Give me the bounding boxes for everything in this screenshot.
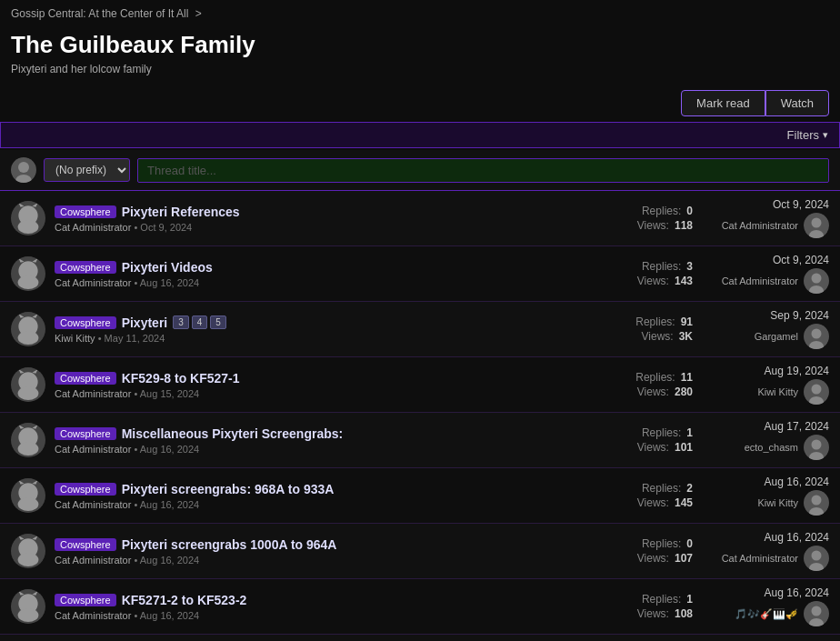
views-value: 145 — [675, 496, 693, 509]
thread-row: Cowsphere Miscellanous Collector's Con C… — [0, 635, 840, 641]
thread-main: Cowsphere Pixyteri Videos Cat Administra… — [55, 260, 593, 288]
svg-point-55 — [18, 553, 39, 566]
prefix-select[interactable]: (No prefix) — [44, 158, 130, 182]
thread-stats: Replies: 11 Views: 280 — [602, 371, 693, 398]
replies-value: 1 — [686, 426, 693, 439]
thread-title[interactable]: Pixyteri screengrabs: 968A to 933A — [122, 482, 335, 496]
replies-value: 11 — [681, 371, 693, 384]
watch-button[interactable]: Watch — [765, 90, 829, 116]
replies-label: Replies: — [642, 593, 681, 606]
page-badge[interactable]: 3 — [173, 315, 189, 329]
filters-button[interactable]: Filters — [787, 128, 828, 142]
views-row: Views: 3K — [642, 330, 693, 343]
views-row: Views: 280 — [637, 386, 693, 398]
breadcrumb-link[interactable]: Gossip Central: At the Center of It All — [11, 7, 188, 20]
thread-date: Aug 16, 2024 — [140, 555, 199, 566]
mark-read-button[interactable]: Mark read — [681, 90, 765, 116]
thread-title[interactable]: Miscellaneous Pixyteri Screengrabs: — [122, 426, 344, 441]
thread-main: Cowsphere Miscellaneous Pixyteri Screeng… — [55, 426, 593, 455]
views-label: Views: — [637, 552, 669, 565]
views-value: 107 — [675, 552, 693, 565]
last-date: Aug 17, 2024 — [765, 420, 829, 433]
replies-value: 0 — [686, 205, 693, 217]
thread-prefix[interactable]: Cowsphere — [55, 205, 116, 218]
views-label: Views: — [637, 386, 669, 398]
replies-row: Replies: 91 — [635, 315, 693, 328]
thread-search-input[interactable] — [137, 158, 829, 183]
thread-avatar — [11, 534, 45, 568]
views-row: Views: 145 — [637, 496, 693, 509]
thread-title[interactable]: KF529-8 to KF527-1 — [122, 371, 240, 386]
thread-title-row: Cowsphere Pixyteri screengrabs: 968A to … — [55, 482, 593, 496]
views-label: Views: — [637, 496, 669, 509]
thread-prefix[interactable]: Cowsphere — [55, 427, 116, 440]
thread-title-row: Cowsphere Pixyteri 345 — [55, 315, 593, 330]
thread-prefix[interactable]: Cowsphere — [55, 316, 116, 329]
svg-point-15 — [18, 275, 39, 289]
last-avatar — [804, 435, 829, 460]
replies-label: Replies: — [642, 537, 681, 550]
page-subtitle: Pixyteri and her lolcow family — [0, 61, 840, 85]
thread-prefix[interactable]: Cowsphere — [55, 372, 116, 385]
thread-stats: Replies: 2 Views: 145 — [602, 482, 693, 509]
page-badge[interactable]: 5 — [210, 315, 226, 329]
svg-point-23 — [18, 331, 39, 345]
thread-last: Oct 9, 2024 Cat Administrator — [702, 198, 829, 238]
replies-label: Replies: — [642, 205, 681, 217]
thread-title[interactable]: KF5271-2 to KF523-2 — [122, 593, 247, 607]
thread-title[interactable]: Pixyteri Videos — [122, 260, 213, 275]
views-value: 118 — [675, 219, 693, 232]
replies-label: Replies: — [635, 371, 675, 384]
svg-point-25 — [812, 329, 822, 339]
replies-label: Replies: — [642, 482, 681, 495]
thread-stats: Replies: 91 Views: 3K — [602, 315, 693, 343]
thread-date: Aug 16, 2024 — [140, 610, 199, 621]
svg-point-41 — [812, 440, 822, 450]
replies-row: Replies: 0 — [642, 537, 693, 550]
last-author: 🎵🎶🎸🎹🎺 — [735, 608, 798, 620]
thread-title-row: Cowsphere Pixyteri References — [55, 205, 593, 219]
thread-prefix[interactable]: Cowsphere — [55, 538, 116, 551]
thread-stats: Replies: 0 Views: 107 — [602, 537, 693, 565]
top-actions: Mark read Watch — [0, 85, 840, 122]
breadcrumb: Gossip Central: At the Center of It All … — [0, 0, 840, 27]
thread-row: Cowsphere KF529-8 to KF527-1 Cat Adminis… — [0, 357, 840, 413]
page-badges: 345 — [173, 315, 226, 329]
last-date: Aug 19, 2024 — [765, 365, 829, 377]
views-label: Views: — [642, 330, 674, 343]
thread-date: May 11, 2024 — [105, 333, 165, 344]
replies-label: Replies: — [642, 260, 681, 273]
thread-avatar — [11, 256, 45, 291]
thread-meta: Cat Administrator • Aug 16, 2024 — [55, 444, 593, 455]
replies-label: Replies: — [642, 426, 681, 439]
svg-point-39 — [18, 442, 39, 456]
svg-point-17 — [812, 274, 822, 284]
thread-prefix[interactable]: Cowsphere — [55, 594, 116, 606]
replies-value: 91 — [681, 315, 693, 328]
views-value: 108 — [675, 607, 693, 620]
views-value: 143 — [675, 275, 693, 287]
last-info: Cat Administrator — [722, 268, 829, 294]
replies-row: Replies: 3 — [642, 260, 693, 273]
thread-prefix[interactable]: Cowsphere — [55, 261, 116, 274]
views-value: 101 — [675, 441, 693, 454]
last-avatar — [804, 601, 829, 626]
thread-author: Cat Administrator — [55, 555, 131, 566]
views-row: Views: 101 — [637, 441, 693, 454]
thread-title-row: Cowsphere Miscellaneous Pixyteri Screeng… — [55, 426, 593, 441]
last-info: 🎵🎶🎸🎹🎺 — [735, 601, 829, 626]
thread-meta: Cat Administrator • Aug 16, 2024 — [55, 555, 593, 566]
thread-prefix[interactable]: Cowsphere — [55, 483, 116, 496]
thread-title[interactable]: Pixyteri References — [122, 205, 240, 219]
thread-date: Aug 15, 2024 — [140, 388, 199, 399]
thread-avatar — [11, 367, 45, 402]
last-date: Aug 16, 2024 — [765, 476, 829, 488]
svg-point-57 — [812, 551, 822, 561]
thread-title[interactable]: Pixyteri screengrabs 1000A to 964A — [122, 537, 337, 552]
thread-title[interactable]: Pixyteri — [122, 315, 168, 330]
page-badge[interactable]: 4 — [192, 315, 208, 329]
last-avatar — [804, 490, 829, 516]
last-date: Sep 9, 2024 — [770, 309, 829, 322]
thread-meta: Cat Administrator • Aug 16, 2024 — [55, 499, 593, 510]
replies-value: 2 — [686, 482, 693, 495]
